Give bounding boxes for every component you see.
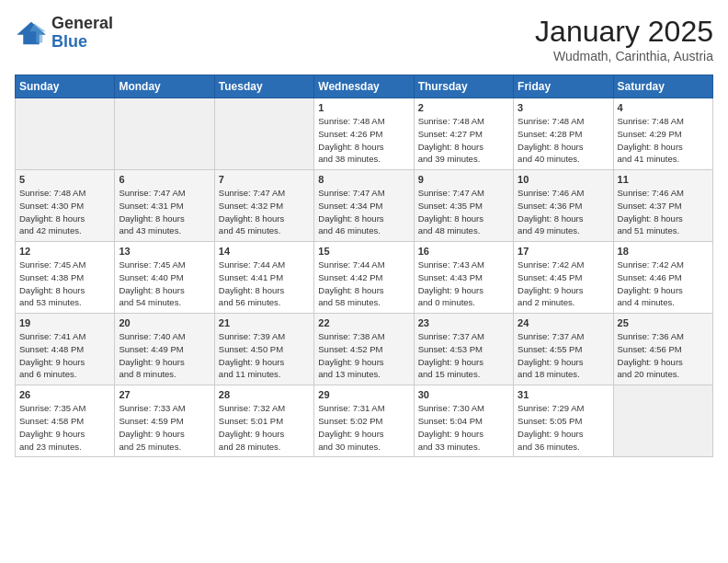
- day-number: 15: [318, 246, 409, 257]
- calendar-day-cell: 16Sunrise: 7:43 AM Sunset: 4:43 PM Dayli…: [414, 242, 513, 314]
- day-info: Sunrise: 7:46 AM Sunset: 4:37 PM Dayligh…: [618, 187, 709, 237]
- day-info: Sunrise: 7:32 AM Sunset: 5:01 PM Dayligh…: [219, 402, 310, 453]
- day-number: 1: [318, 102, 409, 113]
- calendar-day-cell: [613, 385, 712, 457]
- day-number: 25: [618, 317, 709, 328]
- day-number: 13: [119, 246, 210, 257]
- day-info: Sunrise: 7:37 AM Sunset: 4:53 PM Dayligh…: [418, 330, 509, 381]
- day-number: 23: [418, 317, 509, 328]
- day-info: Sunrise: 7:42 AM Sunset: 4:46 PM Dayligh…: [618, 259, 709, 309]
- day-number: 6: [119, 174, 210, 185]
- day-info: Sunrise: 7:37 AM Sunset: 4:55 PM Dayligh…: [518, 330, 609, 381]
- day-number: 3: [518, 102, 609, 113]
- calendar-day-cell: 21Sunrise: 7:39 AM Sunset: 4:50 PM Dayli…: [214, 314, 313, 385]
- day-number: 20: [119, 317, 210, 328]
- day-number: 30: [418, 389, 509, 400]
- calendar-header-row: SundayMondayTuesdayWednesdayThursdayFrid…: [16, 75, 713, 98]
- day-info: Sunrise: 7:35 AM Sunset: 4:58 PM Dayligh…: [19, 402, 110, 453]
- calendar-day-cell: 29Sunrise: 7:31 AM Sunset: 5:02 PM Dayli…: [314, 385, 414, 457]
- calendar-day-cell: 22Sunrise: 7:38 AM Sunset: 4:52 PM Dayli…: [314, 314, 414, 385]
- calendar-day-cell: 23Sunrise: 7:37 AM Sunset: 4:53 PM Dayli…: [414, 314, 513, 385]
- calendar-week-row: 1Sunrise: 7:48 AM Sunset: 4:26 PM Daylig…: [16, 98, 713, 170]
- calendar-day-cell: 13Sunrise: 7:45 AM Sunset: 4:40 PM Dayli…: [115, 242, 214, 314]
- day-number: 28: [219, 389, 310, 400]
- day-number: 7: [219, 174, 310, 185]
- day-number: 11: [618, 174, 709, 185]
- day-info: Sunrise: 7:31 AM Sunset: 5:02 PM Dayligh…: [318, 402, 409, 453]
- calendar-day-cell: 4Sunrise: 7:48 AM Sunset: 4:29 PM Daylig…: [613, 98, 712, 170]
- day-info: Sunrise: 7:44 AM Sunset: 4:41 PM Dayligh…: [219, 259, 310, 309]
- day-number: 24: [518, 317, 609, 328]
- calendar-week-row: 5Sunrise: 7:48 AM Sunset: 4:30 PM Daylig…: [16, 170, 713, 242]
- day-number: 22: [318, 317, 409, 328]
- calendar-day-cell: 19Sunrise: 7:41 AM Sunset: 4:48 PM Dayli…: [16, 314, 115, 385]
- calendar-week-row: 19Sunrise: 7:41 AM Sunset: 4:48 PM Dayli…: [16, 314, 713, 385]
- logo: General Blue: [15, 15, 113, 52]
- day-info: Sunrise: 7:48 AM Sunset: 4:27 PM Dayligh…: [418, 115, 509, 166]
- day-info: Sunrise: 7:46 AM Sunset: 4:36 PM Dayligh…: [518, 187, 609, 237]
- day-info: Sunrise: 7:45 AM Sunset: 4:38 PM Dayligh…: [19, 259, 110, 309]
- day-number: 29: [318, 389, 409, 400]
- day-number: 31: [518, 389, 609, 400]
- calendar-day-cell: 6Sunrise: 7:47 AM Sunset: 4:31 PM Daylig…: [115, 170, 214, 242]
- day-of-week-header: Saturday: [613, 75, 712, 98]
- day-number: 2: [418, 102, 509, 113]
- page-header: General Blue January 2025 Wudmath, Carin…: [15, 15, 713, 63]
- calendar-day-cell: 26Sunrise: 7:35 AM Sunset: 4:58 PM Dayli…: [16, 385, 115, 457]
- calendar-day-cell: [115, 98, 214, 170]
- calendar-day-cell: 8Sunrise: 7:47 AM Sunset: 4:34 PM Daylig…: [314, 170, 414, 242]
- calendar-day-cell: 18Sunrise: 7:42 AM Sunset: 4:46 PM Dayli…: [613, 242, 712, 314]
- day-info: Sunrise: 7:47 AM Sunset: 4:32 PM Dayligh…: [219, 187, 310, 237]
- day-number: 12: [19, 246, 110, 257]
- calendar-day-cell: 25Sunrise: 7:36 AM Sunset: 4:56 PM Dayli…: [613, 314, 712, 385]
- day-info: Sunrise: 7:39 AM Sunset: 4:50 PM Dayligh…: [219, 330, 310, 381]
- calendar-day-cell: 24Sunrise: 7:37 AM Sunset: 4:55 PM Dayli…: [514, 314, 613, 385]
- day-info: Sunrise: 7:29 AM Sunset: 5:05 PM Dayligh…: [518, 402, 609, 453]
- day-of-week-header: Monday: [115, 75, 214, 98]
- calendar-day-cell: [16, 98, 115, 170]
- day-number: 16: [418, 246, 509, 257]
- day-info: Sunrise: 7:40 AM Sunset: 4:49 PM Dayligh…: [119, 330, 210, 381]
- calendar-day-cell: 30Sunrise: 7:30 AM Sunset: 5:04 PM Dayli…: [414, 385, 513, 457]
- day-number: 5: [19, 174, 110, 185]
- calendar-day-cell: 28Sunrise: 7:32 AM Sunset: 5:01 PM Dayli…: [214, 385, 313, 457]
- title-block: January 2025 Wudmath, Carinthia, Austria: [535, 15, 713, 63]
- calendar-day-cell: [214, 98, 313, 170]
- day-number: 19: [19, 317, 110, 328]
- day-info: Sunrise: 7:48 AM Sunset: 4:26 PM Dayligh…: [318, 115, 409, 166]
- day-of-week-header: Thursday: [414, 75, 513, 98]
- calendar-table: SundayMondayTuesdayWednesdayThursdayFrid…: [15, 75, 713, 457]
- calendar-day-cell: 9Sunrise: 7:47 AM Sunset: 4:35 PM Daylig…: [414, 170, 513, 242]
- calendar-week-row: 12Sunrise: 7:45 AM Sunset: 4:38 PM Dayli…: [16, 242, 713, 314]
- day-of-week-header: Tuesday: [214, 75, 313, 98]
- calendar-week-row: 26Sunrise: 7:35 AM Sunset: 4:58 PM Dayli…: [16, 385, 713, 457]
- calendar-day-cell: 27Sunrise: 7:33 AM Sunset: 4:59 PM Dayli…: [115, 385, 214, 457]
- day-info: Sunrise: 7:47 AM Sunset: 4:34 PM Dayligh…: [318, 187, 409, 237]
- day-info: Sunrise: 7:36 AM Sunset: 4:56 PM Dayligh…: [618, 330, 709, 381]
- day-of-week-header: Sunday: [16, 75, 115, 98]
- calendar-day-cell: 5Sunrise: 7:48 AM Sunset: 4:30 PM Daylig…: [16, 170, 115, 242]
- calendar-day-cell: 11Sunrise: 7:46 AM Sunset: 4:37 PM Dayli…: [613, 170, 712, 242]
- calendar-day-cell: 17Sunrise: 7:42 AM Sunset: 4:45 PM Dayli…: [514, 242, 613, 314]
- day-info: Sunrise: 7:44 AM Sunset: 4:42 PM Dayligh…: [318, 259, 409, 309]
- day-number: 18: [618, 246, 709, 257]
- day-number: 4: [618, 102, 709, 113]
- logo-text: General Blue: [51, 15, 113, 52]
- day-info: Sunrise: 7:38 AM Sunset: 4:52 PM Dayligh…: [318, 330, 409, 381]
- location: Wudmath, Carinthia, Austria: [535, 49, 713, 63]
- day-number: 26: [19, 389, 110, 400]
- day-info: Sunrise: 7:48 AM Sunset: 4:29 PM Dayligh…: [618, 115, 709, 166]
- month-title: January 2025: [535, 15, 713, 49]
- day-number: 10: [518, 174, 609, 185]
- calendar-day-cell: 7Sunrise: 7:47 AM Sunset: 4:32 PM Daylig…: [214, 170, 313, 242]
- day-info: Sunrise: 7:41 AM Sunset: 4:48 PM Dayligh…: [19, 330, 110, 381]
- day-info: Sunrise: 7:48 AM Sunset: 4:28 PM Dayligh…: [518, 115, 609, 166]
- calendar-day-cell: 12Sunrise: 7:45 AM Sunset: 4:38 PM Dayli…: [16, 242, 115, 314]
- day-number: 9: [418, 174, 509, 185]
- day-info: Sunrise: 7:42 AM Sunset: 4:45 PM Dayligh…: [518, 259, 609, 309]
- logo-icon: [15, 20, 48, 46]
- day-of-week-header: Friday: [514, 75, 613, 98]
- day-info: Sunrise: 7:47 AM Sunset: 4:35 PM Dayligh…: [418, 187, 509, 237]
- day-of-week-header: Wednesday: [314, 75, 414, 98]
- calendar-day-cell: 15Sunrise: 7:44 AM Sunset: 4:42 PM Dayli…: [314, 242, 414, 314]
